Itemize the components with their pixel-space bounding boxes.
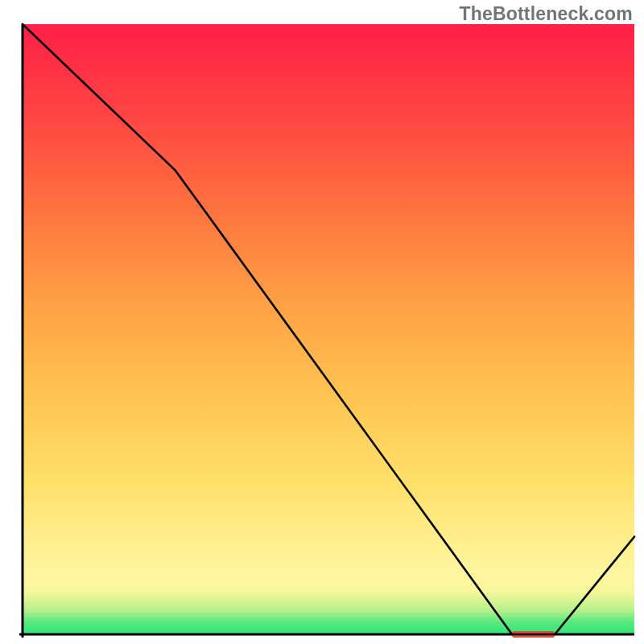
watermark-label: TheBottleneck.com — [459, 3, 633, 25]
plot-background — [23, 24, 634, 634]
chart-canvas — [0, 0, 644, 644]
chart-frame: TheBottleneck.com — [0, 0, 644, 644]
